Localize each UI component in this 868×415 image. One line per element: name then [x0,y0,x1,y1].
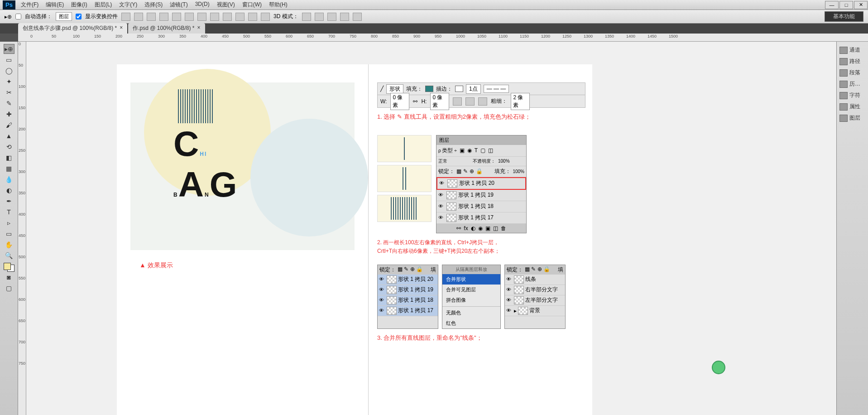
canvas-area[interactable]: CHI BANG ▲ 效果展示 ╱ 形状 填充： 描边： 1点 — — — W: [26,42,836,415]
height-input[interactable]: 0 像素 [430,93,449,110]
align-icon[interactable] [121,13,130,21]
menu-image[interactable]: 图像(I) [68,0,90,10]
close-tab-icon[interactable]: × [197,24,200,32]
filter-icon[interactable]: ▢ [480,147,485,154]
close-button[interactable]: ✕ [854,1,868,9]
gradient-tool[interactable]: ▦ [4,164,14,174]
filter-icon[interactable]: ◫ [488,147,493,154]
layer-row[interactable]: 👁线条 [505,275,565,285]
quick-mask-tool[interactable]: ◙ [4,272,14,282]
panel-history[interactable]: 历… [837,78,868,90]
new-layer-icon[interactable]: ◫ [493,225,498,232]
layer-row[interactable]: 👁形状 1 拷贝 20 [436,177,526,190]
stroke-swatch[interactable] [455,86,463,92]
3d-icon[interactable] [315,13,324,21]
context-item-red[interactable]: 红色 [442,318,500,328]
context-item-flatten[interactable]: 拼合图像 [442,295,500,305]
show-transform-checkbox[interactable] [76,14,82,19]
align-icon[interactable] [185,13,194,21]
width-input[interactable]: 0 像素 [390,93,409,110]
path-op-icon[interactable] [453,97,462,106]
trash-icon[interactable]: 🗑 [501,225,506,232]
history-brush-tool[interactable]: ⟲ [4,142,14,152]
crop-tool[interactable]: ✂ [4,87,14,97]
filter-icon[interactable]: ▣ [460,147,465,154]
filter-icon[interactable]: T [475,147,478,154]
menu-file[interactable]: 文件(F) [18,0,41,10]
align-icon[interactable] [172,13,181,21]
align-icon[interactable] [147,13,156,21]
hand-tool[interactable]: ✋ [4,240,14,250]
menu-window[interactable]: 窗口(W) [240,0,264,10]
eyedropper-tool[interactable]: ✎ [4,98,14,108]
filter-icon[interactable]: ◉ [467,147,472,154]
lock-icon[interactable]: ✎ [463,168,468,174]
context-item-merge-visible[interactable]: 合并可见图层 [442,285,500,295]
3d-icon[interactable] [302,13,311,21]
align-edges-icon[interactable] [465,97,475,106]
stamp-tool[interactable]: ▲ [4,131,14,141]
menu-layer[interactable]: 图层(L) [92,0,115,10]
pen-tool[interactable]: ✒ [4,196,14,206]
layer-row[interactable]: 👁形状 1 拷贝 17 [378,306,438,316]
context-item-merge-shapes[interactable]: 合并形状 [442,274,500,285]
color-swatch[interactable] [4,263,14,272]
distribute-icon[interactable] [210,13,219,21]
lock-icon[interactable]: 🔒 [476,168,483,174]
distribute-icon[interactable] [223,13,232,21]
screen-mode-tool[interactable]: ▢ [4,283,14,293]
adjustment-icon[interactable]: ◉ [478,225,483,232]
distribute-icon[interactable] [248,13,257,21]
visibility-icon[interactable]: 👁 [438,192,445,198]
move-tool[interactable]: ▸⊕ [4,44,14,54]
type-tool[interactable]: T [4,207,14,217]
auto-select-dropdown[interactable]: 图层 [56,12,72,21]
3d-icon[interactable] [327,13,336,21]
lasso-tool[interactable]: ◯ [4,66,14,76]
lock-icon[interactable]: ⊕ [470,168,474,174]
link-icon[interactable]: ⚯ [413,98,417,105]
zoom-tool[interactable]: 🔍 [4,251,14,261]
panel-paragraph[interactable]: 段落 [837,67,868,78]
3d-icon[interactable] [340,13,349,21]
weight-input[interactable]: 2 像素 [511,93,530,110]
layer-row[interactable]: 👁形状 1 拷贝 20 [378,275,438,285]
panel-layers[interactable]: 图层 [837,112,868,124]
distribute-icon[interactable] [197,13,206,21]
fill-input[interactable]: 100% [513,169,524,174]
menu-select[interactable]: 选择(S) [142,0,165,10]
visibility-icon[interactable]: 👁 [438,215,445,221]
group-icon[interactable]: ▣ [485,225,490,232]
close-tab-icon[interactable]: × [120,24,123,32]
auto-select-checkbox[interactable] [15,14,21,19]
panel-properties[interactable]: 属性 [837,101,868,112]
maximize-button[interactable]: □ [839,1,853,9]
menu-type[interactable]: 文字(Y) [116,0,140,10]
healing-tool[interactable]: ✚ [4,109,14,119]
dodge-tool[interactable]: ◐ [4,185,14,195]
menu-3d[interactable]: 3D(D) [192,0,212,10]
layer-row[interactable]: 👁▸背景 [505,306,565,316]
mask-icon[interactable]: ◐ [471,225,475,232]
layer-row[interactable]: 👁右半部分文字 [505,285,565,295]
distribute-icon[interactable] [261,13,270,21]
blend-mode-dropdown[interactable]: 正常 [438,158,470,164]
horizontal-ruler[interactable]: 5005010015020025030035040045050055060065… [18,34,868,42]
menu-edit[interactable]: 编辑(E) [43,0,67,10]
visibility-icon[interactable]: 👁 [438,203,445,210]
kind-filter-dropdown[interactable]: ρ 类型 ÷ [438,147,457,154]
layer-row[interactable]: 👁形状 1 拷贝 18 [436,201,526,212]
layer-row[interactable]: 👁形状 1 拷贝 17 [436,212,526,224]
minimize-button[interactable]: — [825,1,839,9]
brush-tool[interactable]: 🖌 [4,120,14,130]
fx-icon[interactable]: fx [464,225,468,232]
fill-swatch[interactable] [425,86,433,92]
panel-channels[interactable]: 通道 [837,44,868,56]
lock-icon[interactable]: ▦ [456,168,461,174]
menu-view[interactable]: 视图(V) [214,0,238,10]
shape-mode-dropdown[interactable]: 形状 [386,84,403,94]
3d-icon[interactable] [353,13,362,21]
tab-doc2[interactable]: 作.psd @ 100%(RGB/8) *× [128,23,205,34]
marquee-tool[interactable]: ▭ [4,55,14,65]
panel-paths[interactable]: 路径 [837,56,868,67]
